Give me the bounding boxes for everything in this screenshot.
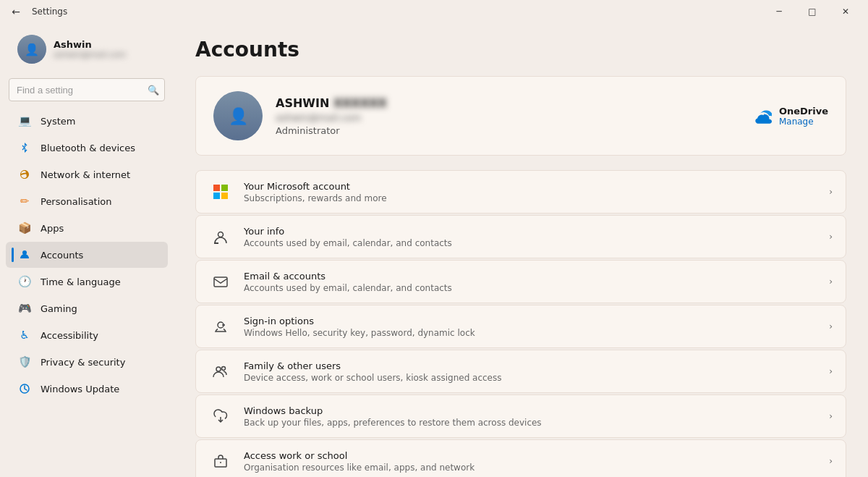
family-title: Family & other users [244,360,502,371]
user-card-info: ASHWIN XXXXXX ashwin@mail.com Administra… [276,96,387,136]
sidebar-profile-name: Ashwin [54,39,126,50]
settings-list: Your Microsoft account Subscriptions, re… [195,170,846,477]
your-info-icon [209,225,232,248]
sidebar-profile-email: ashwin@mail.com [54,50,126,59]
chevron-icon: › [829,187,833,197]
work-school-desc: Organisation resources like email, apps,… [244,463,475,473]
update-icon [17,381,32,396]
main-content: Accounts ASHWIN XXXXXX ashwin@mail.com A… [174,23,868,477]
sidebar-item-accessibility[interactable]: ♿ Accessibility [6,322,168,348]
apps-icon: 📦 [17,221,32,235]
sidebar-avatar [17,35,46,64]
work-school-title: Access work or school [244,450,475,461]
accounts-icon [17,248,32,262]
svg-rect-3 [221,185,228,191]
settings-item-family[interactable]: Family & other users Device access, work… [195,350,846,393]
sidebar-profile-email-value: ashwin@mail.com [54,50,126,59]
microsoft-account-desc: Subscriptions, rewards and more [244,193,387,203]
your-info-desc: Accounts used by email, calendar, and co… [244,238,452,248]
maximize-button[interactable]: □ [796,0,829,23]
chevron-icon: › [829,411,833,421]
onedrive-icon [752,108,772,124]
svg-point-6 [218,232,224,237]
settings-item-email-accounts[interactable]: Email & accounts Accounts used by email,… [195,260,846,303]
family-desc: Device access, work or school users, kio… [244,373,502,383]
user-card-left: ASHWIN XXXXXX ashwin@mail.com Administra… [213,91,387,140]
sidebar-item-system[interactable]: 💻 System [6,108,168,134]
titlebar: ← Settings ─ □ ✕ [0,0,868,23]
avatar-image [17,35,46,64]
sidebar-item-time-label: Time & language [41,277,121,287]
chevron-icon: › [829,321,833,332]
sidebar-item-privacy[interactable]: 🛡️ Privacy & security [6,349,168,375]
sidebar-item-update[interactable]: Windows Update [6,376,168,402]
gaming-icon: 🎮 [17,301,32,316]
sign-in-desc: Windows Hello, security key, password, d… [244,328,475,338]
sidebar-item-bluetooth-label: Bluetooth & devices [41,143,135,153]
settings-item-backup[interactable]: Windows backup Back up your files, apps,… [195,394,846,438]
sidebar-item-gaming[interactable]: 🎮 Gaming [6,295,168,321]
user-card: ASHWIN XXXXXX ashwin@mail.com Administra… [195,76,846,156]
privacy-icon: 🛡️ [17,355,32,369]
search-icon: 🔍 [148,85,159,96]
time-icon: 🕐 [17,274,32,289]
settings-item-microsoft-account[interactable]: Your Microsoft account Subscriptions, re… [195,170,846,214]
sign-in-title: Sign-in options [244,316,475,326]
svg-rect-4 [213,193,220,199]
user-avatar [213,91,263,140]
titlebar-title: Settings [32,7,67,17]
user-email: ashwin@mail.com [276,112,387,123]
chevron-icon: › [829,366,833,376]
app-body: Ashwin ashwin@mail.com 🔍 💻 System Blueto… [0,23,868,477]
chevron-icon: › [829,456,833,466]
titlebar-left: ← Settings [6,1,67,22]
onedrive-manage-link[interactable]: Manage [779,117,828,127]
user-role: Administrator [276,125,387,136]
email-accounts-desc: Accounts used by email, calendar, and co… [244,283,452,293]
sidebar-item-accounts-label: Accounts [41,250,83,261]
user-email-value: ashwin@mail.com [276,112,361,123]
sidebar-profile[interactable]: Ashwin ashwin@mail.com [6,26,168,72]
sidebar-item-apps[interactable]: 📦 Apps [6,215,168,241]
svg-rect-9 [214,277,227,287]
page-title: Accounts [195,38,846,62]
family-icon [209,360,232,383]
sidebar: Ashwin ashwin@mail.com 🔍 💻 System Blueto… [0,23,174,477]
back-button[interactable]: ← [6,1,26,22]
sidebar-item-accounts[interactable]: Accounts [6,242,168,268]
svg-point-13 [222,367,226,371]
personalisation-icon: ✏️ [17,194,32,208]
user-avatar-image [213,91,263,140]
sidebar-item-apps-label: Apps [41,223,64,234]
sidebar-nav: 💻 System Bluetooth & devices Network & i… [0,107,174,402]
microsoft-account-icon [209,180,232,203]
sidebar-item-personalisation-label: Personalisation [41,196,112,207]
settings-item-work-school[interactable]: Access work or school Organisation resou… [195,439,846,477]
bluetooth-icon [17,140,32,155]
sidebar-item-gaming-label: Gaming [41,303,77,314]
sidebar-item-accessibility-label: Accessibility [41,330,98,341]
search-input[interactable] [9,78,165,101]
onedrive-info: OneDrive Manage [779,106,828,127]
sidebar-item-network[interactable]: Network & internet [6,161,168,187]
system-icon: 💻 [17,114,32,128]
settings-item-your-info[interactable]: Your info Accounts used by email, calend… [195,215,846,258]
sidebar-search: 🔍 [9,78,165,101]
svg-rect-5 [221,193,228,199]
svg-rect-2 [213,185,220,191]
backup-title: Windows backup [244,405,542,416]
sidebar-item-bluetooth[interactable]: Bluetooth & devices [6,135,168,161]
backup-icon [209,405,232,428]
network-icon [17,167,32,182]
user-name-blurred: XXXXXX [333,96,387,110]
sidebar-item-network-label: Network & internet [41,169,130,180]
user-card-right: OneDrive Manage [752,106,828,127]
user-name: ASHWIN XXXXXX [276,96,387,110]
close-button[interactable]: ✕ [829,0,862,23]
minimize-button[interactable]: ─ [762,0,796,23]
your-info-title: Your info [244,226,452,237]
settings-item-sign-in[interactable]: Sign-in options Windows Hello, security … [195,305,846,348]
sidebar-item-personalisation[interactable]: ✏️ Personalisation [6,188,168,214]
svg-point-12 [216,367,221,371]
sidebar-item-time[interactable]: 🕐 Time & language [6,269,168,295]
